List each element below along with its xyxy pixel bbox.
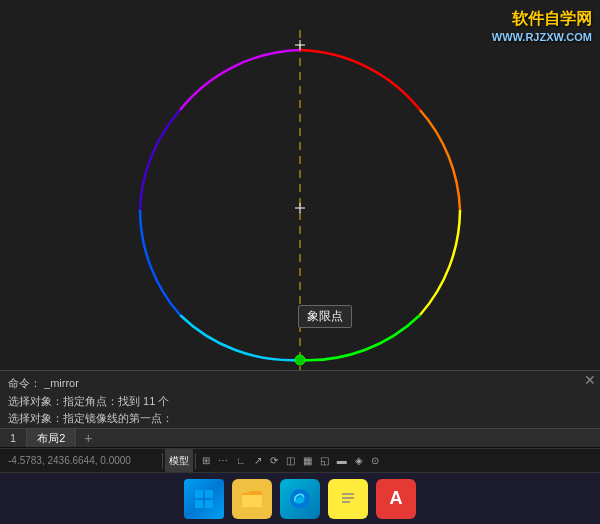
- status-lw-btn[interactable]: ▬: [333, 449, 351, 472]
- taskbar: A: [0, 472, 600, 524]
- svg-rect-6: [195, 490, 203, 498]
- status-tmodel-btn[interactable]: ◈: [351, 449, 367, 472]
- status-bar: -4.5783, 2436.6644, 0.0000 模型 ⊞ ⋯ ∟ ↗ ⟳ …: [0, 448, 600, 472]
- status-grid-btn[interactable]: ⊞: [198, 449, 214, 472]
- edge-icon: [288, 487, 312, 511]
- quadrant-tooltip: 象限点: [298, 305, 352, 328]
- svg-rect-7: [205, 490, 213, 498]
- tab-model-label: 1: [10, 432, 16, 444]
- taskbar-edge-btn[interactable]: [280, 479, 320, 519]
- status-dyn-btn[interactable]: ◱: [316, 449, 333, 472]
- status-ducs-btn[interactable]: ▦: [299, 449, 316, 472]
- tab-bar: 1 布局2 +: [0, 428, 600, 448]
- watermark-url: WWW.RJZXW.COM: [492, 30, 592, 45]
- tab-add-icon: +: [84, 430, 92, 446]
- status-otrack-btn[interactable]: ◫: [282, 449, 299, 472]
- coordinates-display: -4.5783, 2436.6644, 0.0000: [0, 455, 160, 466]
- status-model-btn[interactable]: 模型: [165, 449, 193, 472]
- svg-rect-9: [205, 500, 213, 508]
- status-divider-2: [195, 453, 196, 469]
- status-polar-btn[interactable]: ↗: [250, 449, 266, 472]
- watermark: 软件自学网 WWW.RJZXW.COM: [492, 8, 592, 46]
- status-ortho-btn[interactable]: ∟: [232, 449, 250, 472]
- windows-icon: [194, 489, 214, 509]
- cad-canvas: 软件自学网 WWW.RJZXW.COM: [0, 0, 600, 430]
- svg-rect-11: [339, 489, 357, 509]
- status-osnap-btn[interactable]: ⟳: [266, 449, 282, 472]
- tooltip-text: 象限点: [307, 309, 343, 323]
- command-panel-close[interactable]: ✕: [584, 372, 596, 388]
- status-qp-btn[interactable]: ⊙: [367, 449, 383, 472]
- command-panel: 命令： _mirror 选择对象：指定角点：找到 11 个 选择对象：指定镜像线…: [0, 370, 600, 430]
- svg-rect-8: [195, 500, 203, 508]
- text-icon-label: A: [390, 488, 403, 509]
- status-model-label: 模型: [169, 454, 189, 468]
- status-snap-btn[interactable]: ⋯: [214, 449, 232, 472]
- tab-layout2-label: 布局2: [37, 431, 65, 446]
- cmd-line-1: 命令： _mirror: [8, 375, 592, 393]
- cmd-line-2: 选择对象：指定角点：找到 11 个: [8, 393, 592, 411]
- taskbar-windows-btn[interactable]: [184, 479, 224, 519]
- cmd-line-3: 选择对象：指定镜像线的第一点：: [8, 410, 592, 428]
- svg-point-1: [295, 355, 305, 365]
- status-divider-1: [162, 453, 163, 469]
- tab-model[interactable]: 1: [0, 429, 27, 447]
- folder-icon: [240, 489, 264, 509]
- taskbar-folder-btn[interactable]: [232, 479, 272, 519]
- taskbar-text-btn[interactable]: A: [376, 479, 416, 519]
- circle-container: [60, 20, 540, 410]
- tab-add-button[interactable]: +: [76, 428, 100, 448]
- tab-layout2[interactable]: 布局2: [27, 429, 76, 447]
- notes-icon: [337, 488, 359, 510]
- command-history: 命令： _mirror 选择对象：指定角点：找到 11 个 选择对象：指定镜像线…: [0, 371, 600, 432]
- cad-drawing: [60, 20, 540, 410]
- watermark-sitename: 软件自学网: [492, 8, 592, 30]
- taskbar-notes-btn[interactable]: [328, 479, 368, 519]
